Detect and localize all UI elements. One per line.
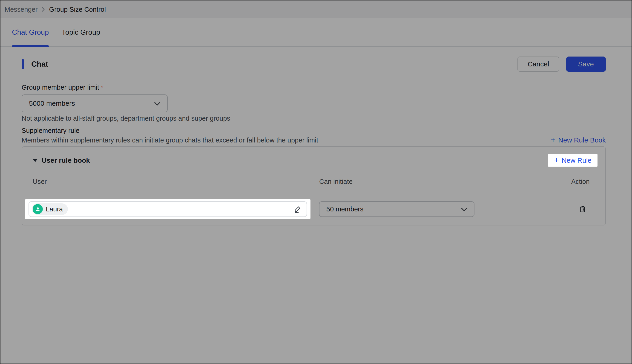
edit-pencil-icon bbox=[294, 205, 301, 213]
user-input[interactable]: Laura bbox=[29, 201, 307, 217]
user-avatar bbox=[33, 204, 43, 214]
tour-dim-overlay bbox=[1, 0, 631, 364]
new-rule-button[interactable]: + New Rule bbox=[548, 154, 597, 166]
user-field-spotlight: Laura bbox=[25, 199, 310, 219]
person-icon bbox=[35, 206, 41, 212]
edit-user-button[interactable] bbox=[294, 205, 301, 213]
plus-icon: + bbox=[554, 156, 559, 164]
user-chip[interactable]: Laura bbox=[32, 203, 68, 215]
new-rule-label: New Rule bbox=[562, 156, 591, 164]
user-chip-label: Laura bbox=[46, 206, 63, 213]
group-size-control-page: Messenger Group Size Control Chat Group … bbox=[0, 0, 632, 364]
